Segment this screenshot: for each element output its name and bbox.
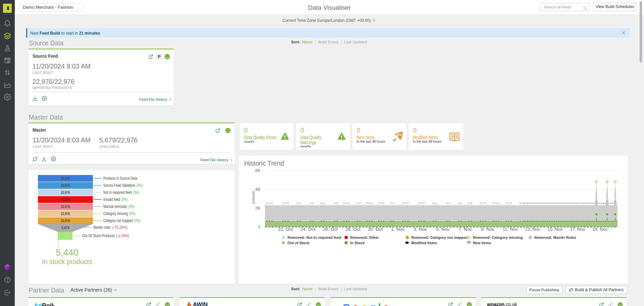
svg-text:5,679: 5,679 — [62, 226, 69, 230]
svg-text:5,440: 5,440 — [56, 248, 78, 258]
svg-text:(0%): (0%) — [137, 183, 143, 188]
svg-text:30. Oct: 30. Oct — [368, 227, 383, 232]
svg-text:3. Nov: 3. Nov — [414, 227, 427, 232]
svg-text:60k: 60k — [255, 168, 261, 173]
svg-text:1. Nov: 1. Nov — [391, 227, 405, 232]
svg-text:(0%): (0%) — [133, 190, 139, 195]
svg-text:19. Nov: 19. Nov — [593, 227, 608, 232]
svg-text:7. Nov: 7. Nov — [459, 227, 472, 232]
svg-text:26. Oct: 26. Oct — [323, 227, 338, 232]
svg-text:(-75.28%): (-75.28%) — [112, 225, 127, 230]
svg-text:5. Nov: 5. Nov — [436, 227, 449, 232]
svg-text:17. Nov: 17. Nov — [570, 227, 585, 232]
svg-text:Out Of Stock Products: Out Of Stock Products — [82, 233, 115, 238]
svg-text:Historic Trend: Historic Trend — [244, 160, 284, 167]
svg-text:Removed: Other: Removed: Other — [350, 235, 379, 239]
svg-text:9. Nov: 9. Nov — [481, 227, 494, 232]
svg-text:Removed: Category not mapped: Removed: Category not mapped — [411, 235, 468, 239]
svg-text:22,976: 22,976 — [61, 205, 70, 209]
svg-text:(0%): (0%) — [128, 204, 135, 209]
svg-text:22,976: 22,976 — [61, 219, 70, 223]
svg-text:28. Oct: 28. Oct — [345, 227, 361, 232]
svg-text:Not in required feed: Not in required feed — [103, 190, 132, 195]
svg-text:Removed: Not in required feed: Removed: Not in required feed — [287, 235, 341, 239]
svg-text:(0%): (0%) — [121, 197, 127, 202]
svg-text:products: products — [251, 191, 255, 204]
svg-text:22,976: 22,976 — [61, 176, 70, 180]
svg-text:(-1.04%): (-1.04%) — [116, 233, 129, 238]
svg-text:13. Nov: 13. Nov — [525, 227, 540, 232]
svg-text:(0%): (0%) — [134, 218, 140, 223]
svg-text:Modified Items: Modified Items — [411, 241, 437, 245]
svg-text:Master rules: Master rules — [93, 225, 111, 230]
svg-text:20k: 20k — [255, 206, 261, 211]
svg-text:40k: 40k — [255, 187, 261, 192]
svg-text:Category missing: Category missing — [103, 211, 128, 216]
svg-text:22,976: 22,976 — [61, 212, 70, 216]
svg-text:Removed: Category missing: Removed: Category missing — [473, 235, 523, 239]
svg-text:Manual removals: Manual removals — [103, 204, 127, 209]
svg-text:11. Nov: 11. Nov — [503, 227, 518, 232]
svg-text:22,976: 22,976 — [61, 183, 70, 187]
svg-text:22,976: 22,976 — [61, 198, 70, 202]
svg-text:Category not mapped: Category not mapped — [103, 218, 133, 223]
svg-text:24. Oct: 24. Oct — [301, 227, 316, 232]
svg-text:0: 0 — [258, 225, 260, 229]
svg-text:Invalid field: Invalid field — [103, 197, 120, 202]
svg-text:Products in Source Data: Products in Source Data — [103, 176, 137, 181]
svg-text:Source Feed Validation: Source Feed Validation — [103, 183, 135, 188]
svg-text:22. Oct: 22. Oct — [278, 227, 293, 232]
svg-text:15. Nov: 15. Nov — [548, 227, 563, 232]
svg-text:In stock products: In stock products — [42, 258, 92, 265]
svg-text:22,976: 22,976 — [61, 190, 70, 194]
svg-text:In Stock: In Stock — [350, 241, 365, 245]
svg-text:(0%): (0%) — [129, 211, 135, 216]
svg-text:New Items: New Items — [473, 241, 491, 245]
svg-text:Removed: Master Rules: Removed: Master Rules — [534, 235, 576, 239]
svg-text:Out of Stock: Out of Stock — [287, 241, 310, 245]
